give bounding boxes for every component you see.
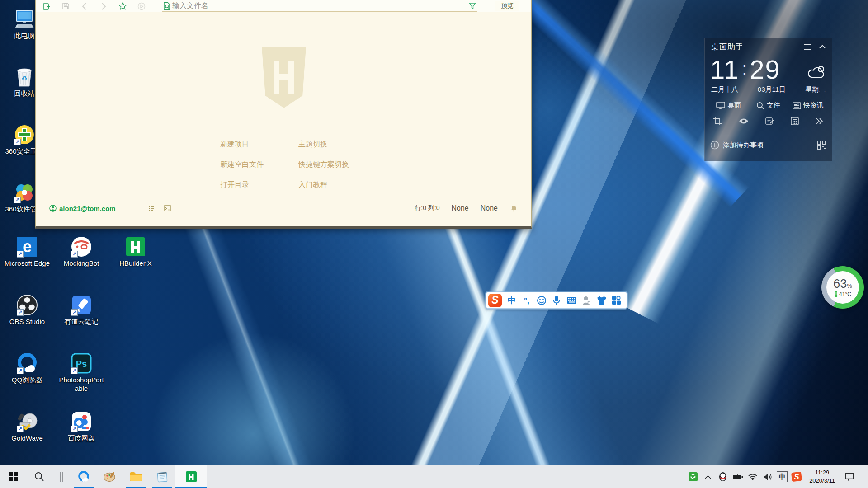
link-new-project[interactable]: 新建项目 <box>220 140 298 149</box>
skin-shirt-icon[interactable] <box>596 295 606 306</box>
link-tutorial[interactable]: 入门教程 <box>298 180 349 190</box>
taskbar-app-hbuilderx-active[interactable] <box>175 465 207 488</box>
desktop-icon-hbuilderx[interactable]: HBuilder X <box>112 236 159 268</box>
shortcut-arrow-icon: ↗ <box>71 251 78 258</box>
status-item[interactable]: None <box>481 204 498 212</box>
screenshot-crop-icon[interactable] <box>713 117 722 126</box>
desktop-icon-goldwave[interactable]: ↗ GoldWave <box>4 411 51 443</box>
volume-icon[interactable] <box>762 468 774 486</box>
outline-list-icon[interactable] <box>147 204 156 212</box>
sogou-tray-icon[interactable]: S <box>791 468 802 486</box>
taskbar-app-file-explorer[interactable] <box>123 465 149 488</box>
svg-text:e: e <box>23 237 32 256</box>
assistant-header: 桌面助手 <box>705 38 832 53</box>
new-file-button[interactable] <box>42 2 51 11</box>
tab-desktop[interactable]: 桌面 <box>710 101 747 110</box>
ime-punctuation[interactable]: °, <box>522 295 532 306</box>
filter-funnel-icon[interactable] <box>468 1 477 10</box>
link-shortcut-scheme[interactable]: 快捷键方案切换 <box>298 160 349 169</box>
save-button[interactable] <box>61 2 70 11</box>
qr-code-icon[interactable] <box>816 140 826 150</box>
link-new-blank-file[interactable]: 新建空白文件 <box>220 160 298 169</box>
menu-hamburger-icon[interactable] <box>804 44 812 50</box>
taskbar-app-notepad[interactable] <box>149 465 175 488</box>
shortcut-arrow-icon: ↗ <box>17 367 24 374</box>
more-tools-icon[interactable] <box>816 118 824 124</box>
desktop-icon-baidu-pan[interactable]: ↗ 百度网盘 <box>58 411 105 443</box>
cursor-position[interactable]: 行:0 列:0 <box>415 204 439 212</box>
desktop-icon-photoshop[interactable]: Ps ↗ PhotoshopPortable <box>58 352 105 393</box>
emoji-icon[interactable] <box>537 295 547 306</box>
soft-keyboard-icon[interactable] <box>566 295 576 306</box>
desktop-assistant-widget: 桌面助手 11 : 29 二月十八 03月11日 星期三 <box>704 38 832 161</box>
usb-eject-icon[interactable] <box>687 468 699 486</box>
collapse-chevron-up-icon[interactable] <box>819 45 826 49</box>
battery-percent: 63% <box>833 278 852 290</box>
todo-label: 添加待办事项 <box>723 141 764 150</box>
account-person-icon[interactable] <box>581 295 591 306</box>
desktop-icon-obs[interactable]: ↗ OBS Studio <box>4 294 51 326</box>
desktop-icon-mockingbot[interactable]: ↗ MockingBot <box>58 236 105 268</box>
hbuilderx-window: 预览 新建项目 主题切换 新建空白文件 快捷键方案切换 打开目录 入门教程 al… <box>35 0 532 229</box>
weather-cloud-icon[interactable] <box>807 65 827 80</box>
add-todo-button[interactable]: 添加待办事项 <box>710 141 814 150</box>
notification-bell-icon[interactable] <box>509 204 518 212</box>
taskbar: 中 S 11:29 2020/3/11 <box>0 465 868 488</box>
link-open-directory[interactable]: 打开目录 <box>220 180 298 190</box>
qq-tray-icon[interactable] <box>717 468 729 486</box>
run-button[interactable] <box>137 2 146 11</box>
statusbar-right: 行:0 列:0 None None <box>415 204 518 212</box>
search-icon <box>756 102 764 110</box>
goldwave-icon: ↗ <box>16 411 38 432</box>
desktop-icon-qq-browser[interactable]: ↗ QQ浏览器 <box>4 352 51 385</box>
action-center-icon[interactable] <box>842 468 857 486</box>
account-widget[interactable]: alon21@tom.com <box>49 205 116 212</box>
tray-expand-chevron-icon[interactable] <box>702 468 714 486</box>
preview-button[interactable]: 预览 <box>495 1 519 11</box>
sogou-logo-icon[interactable]: S <box>488 294 502 307</box>
hbuilderx-logo <box>262 47 306 108</box>
console-icon[interactable] <box>164 204 172 212</box>
desktop-icon-label: HBuilder X <box>112 259 159 268</box>
shortcut-arrow-icon: ↗ <box>17 426 24 432</box>
lunar-date: 二月十八 <box>711 85 738 94</box>
shortcut-arrow-icon: ↗ <box>17 251 24 258</box>
taskbar-search-button[interactable] <box>26 465 52 488</box>
hbuilder-statusbar: alon21@tom.com 行:0 列:0 None None <box>36 202 531 214</box>
mockingbot-icon: ↗ <box>71 236 92 258</box>
qq-browser-icon: ↗ <box>16 352 38 374</box>
ime-indicator[interactable]: 中 <box>777 471 788 482</box>
link-theme-switch[interactable]: 主题切换 <box>298 140 349 149</box>
favorite-star-button[interactable] <box>118 2 127 11</box>
wifi-icon[interactable] <box>747 468 759 486</box>
temperature-row: 41°C <box>834 291 851 297</box>
start-menu-links: 新建项目 主题切换 新建空白文件 快捷键方案切换 打开目录 入门教程 <box>220 140 349 190</box>
battery-temp-widget[interactable]: 63% 41°C <box>821 266 864 309</box>
battery-inner: 63% 41°C <box>826 271 859 304</box>
taskbar-app-qq-browser[interactable] <box>71 465 97 488</box>
shortcut-arrow-icon: ↗ <box>71 309 78 316</box>
assistant-title: 桌面助手 <box>711 42 744 52</box>
start-button[interactable] <box>0 465 26 488</box>
status-item[interactable]: None <box>452 204 469 212</box>
taskbar-clock[interactable]: 11:29 2020/3/11 <box>806 469 839 484</box>
search-input[interactable] <box>171 1 468 10</box>
notes-icon[interactable] <box>765 117 774 125</box>
tab-files[interactable]: 文件 <box>750 101 787 110</box>
toolbox-grid-icon[interactable] <box>611 295 621 306</box>
battery-tray-icon[interactable] <box>732 468 744 486</box>
svg-text:S: S <box>794 473 799 481</box>
calculator-icon[interactable] <box>791 117 799 125</box>
back-button[interactable] <box>80 2 89 11</box>
eye-protect-icon[interactable] <box>739 118 749 124</box>
calendar-date: 03月11日 <box>758 85 786 94</box>
ime-mode-chinese[interactable]: 中 <box>507 295 517 306</box>
forward-button[interactable] <box>99 2 108 11</box>
tab-news[interactable]: 快资讯 <box>789 101 826 110</box>
plus-circle-icon <box>710 141 719 150</box>
desktop-icon-youdao[interactable]: ↗ 有道云笔记 <box>58 294 105 326</box>
desktop-icon-label: PhotoshopPortable <box>58 376 105 393</box>
microphone-icon[interactable] <box>552 295 561 306</box>
desktop-icon-edge[interactable]: e ↗ Microsoft Edge <box>4 236 51 268</box>
taskbar-app-paint[interactable] <box>97 465 123 488</box>
